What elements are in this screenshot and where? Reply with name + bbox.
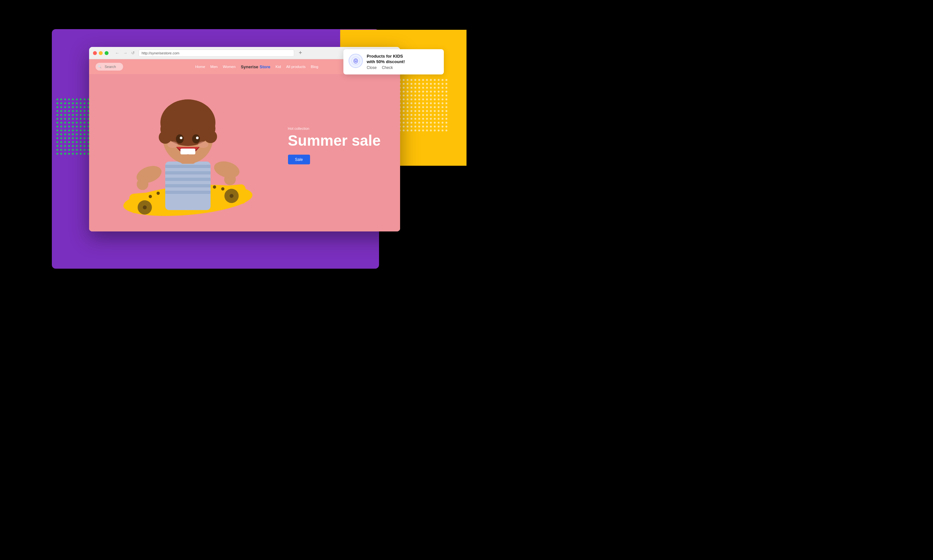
svg-point-35 [168, 142, 178, 148]
notification-popup: % Products for KIDS with 50% discount! C… [343, 49, 444, 74]
svg-point-28 [159, 131, 172, 144]
notif-title-line2: with 50% discount! [367, 59, 405, 64]
nav-home[interactable]: Home [195, 65, 205, 69]
svg-rect-12 [165, 165, 211, 168]
svg-point-32 [180, 137, 182, 139]
reload-button[interactable]: ↺ [130, 50, 136, 56]
nav-kid[interactable]: Kid [276, 65, 281, 69]
hero-title: Summer sale [288, 132, 381, 149]
traffic-light-yellow[interactable] [99, 51, 103, 55]
back-button[interactable]: ← [114, 50, 120, 56]
logo-part2: Store [259, 65, 270, 69]
svg-point-30 [176, 134, 184, 143]
notif-title-line1: Products for KIDS [367, 54, 403, 58]
forward-button[interactable]: → [122, 50, 129, 56]
traffic-light-green[interactable] [105, 51, 108, 55]
nav-men[interactable]: Men [210, 65, 217, 69]
notification-content: Products for KIDS with 50% discount! Clo… [367, 54, 439, 70]
notification-icon-wrapper: % [349, 54, 363, 68]
search-input[interactable] [96, 63, 123, 71]
svg-point-19 [137, 178, 148, 190]
url-text: http://synerisestore.com [142, 51, 179, 55]
svg-point-31 [192, 134, 200, 143]
hero-image [102, 74, 274, 231]
notification-check-button[interactable]: Check [382, 65, 393, 70]
svg-point-27 [184, 106, 202, 124]
nav-all-products[interactable]: All products [286, 65, 305, 69]
logo-part1: Synerise [241, 65, 258, 69]
notification-actions: Close Check [367, 65, 439, 70]
svg-text:%: % [355, 60, 357, 62]
nav-blog[interactable]: Blog [311, 65, 318, 69]
new-tab-button[interactable]: + [299, 49, 302, 56]
svg-rect-14 [165, 178, 211, 181]
browser-navigation: ← → ↺ [114, 50, 136, 56]
logo-area: Synerise Store [241, 65, 270, 69]
notification-close-button[interactable]: Close [367, 65, 377, 70]
hero-section: Hot collection Summer sale Sale [89, 59, 400, 231]
svg-rect-15 [165, 184, 211, 188]
white-dot-grid [392, 76, 450, 134]
svg-point-36 [198, 142, 208, 148]
nav-women[interactable]: Women [223, 65, 236, 69]
discount-icon: % [351, 56, 360, 65]
browser-window: ← → ↺ http://synerisestore.com + [89, 47, 400, 231]
svg-point-33 [196, 137, 199, 139]
address-bar[interactable]: http://synerisestore.com [139, 49, 294, 57]
traffic-light-red[interactable] [93, 51, 97, 55]
hero-text-area: Hot collection Summer sale Sale [288, 126, 381, 165]
store-content: Hot collection Summer sale Sale Home Men… [89, 59, 400, 231]
svg-rect-16 [165, 191, 211, 194]
collection-label: Hot collection [288, 126, 381, 131]
notification-title: Products for KIDS with 50% discount! [367, 54, 439, 65]
search-wrapper [96, 63, 123, 71]
svg-rect-34 [180, 149, 195, 154]
svg-point-20 [224, 174, 236, 185]
svg-rect-13 [165, 171, 211, 174]
traffic-lights [93, 51, 108, 55]
sale-button[interactable]: Sale [288, 154, 310, 164]
svg-point-29 [204, 130, 217, 143]
